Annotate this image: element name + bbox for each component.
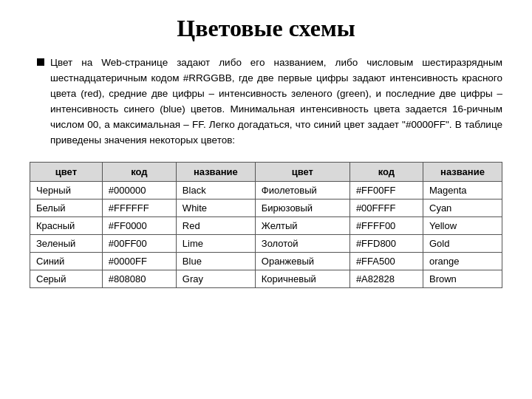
- table-cell: Красный: [30, 216, 103, 234]
- table-cell: #0000FF: [102, 252, 176, 270]
- table-row: Синий#0000FFBlueОранжевый#FFA500orange: [30, 252, 502, 270]
- table-cell: Черный: [30, 181, 103, 199]
- col-header-name1: название: [176, 162, 255, 181]
- table-cell: Золотой: [255, 234, 349, 252]
- table-cell: Белый: [30, 199, 103, 216]
- table-cell: Yellow: [423, 216, 502, 234]
- table-row: Белый#FFFFFFWhiteБирюзовый#00FFFFCyan: [30, 199, 502, 216]
- table-cell: Синий: [30, 252, 103, 270]
- color-table: цвет код название цвет код название Черн…: [30, 162, 502, 288]
- table-cell: #FFFF00: [349, 216, 423, 234]
- page-title: Цветовые схемы: [30, 15, 502, 42]
- paragraph-text: Цвет на Web-странице задают либо его наз…: [50, 55, 502, 149]
- bullet-item: Цвет на Web-странице задают либо его наз…: [37, 55, 502, 149]
- table-header-row: цвет код название цвет код название: [30, 162, 502, 181]
- table-row: Серый#808080GrayКоричневый#A82828Brown: [30, 270, 502, 287]
- bullet-marker-icon: [37, 58, 44, 66]
- table-cell: Бирюзовый: [255, 199, 349, 216]
- col-header-color1: цвет: [30, 162, 103, 181]
- table-row: Зеленый#00FF00LimeЗолотой#FFD800Gold: [30, 234, 502, 252]
- table-cell: Серый: [30, 270, 103, 287]
- table-cell: #FFFFFF: [102, 199, 176, 216]
- table-cell: Коричневый: [255, 270, 349, 287]
- table-cell: Фиолетовый: [255, 181, 349, 199]
- table-cell: #FFD800: [349, 234, 423, 252]
- col-header-color2: цвет: [255, 162, 349, 181]
- table-cell: #00FF00: [102, 234, 176, 252]
- table-cell: Желтый: [255, 216, 349, 234]
- table-cell: #A82828: [349, 270, 423, 287]
- col-header-code1: код: [102, 162, 176, 181]
- table-cell: #FF00FF: [349, 181, 423, 199]
- table-cell: Black: [176, 181, 255, 199]
- table-cell: #00FFFF: [349, 199, 423, 216]
- table-cell: Оранжевый: [255, 252, 349, 270]
- table-cell: Lime: [176, 234, 255, 252]
- table-cell: #FFA500: [349, 252, 423, 270]
- table-row: Красный#FF0000RedЖелтый#FFFF00Yellow: [30, 216, 502, 234]
- table-cell: #FF0000: [102, 216, 176, 234]
- content-section: Цвет на Web-странице задают либо его наз…: [30, 55, 502, 149]
- table-cell: orange: [423, 252, 502, 270]
- table-cell: Blue: [176, 252, 255, 270]
- table-cell: Red: [176, 216, 255, 234]
- table-cell: Gray: [176, 270, 255, 287]
- table-cell: #808080: [102, 270, 176, 287]
- table-cell: #000000: [102, 181, 176, 199]
- table-cell: Cyan: [423, 199, 502, 216]
- table-cell: Зеленый: [30, 234, 103, 252]
- col-header-name2: название: [423, 162, 502, 181]
- table-cell: White: [176, 199, 255, 216]
- table-cell: Magenta: [423, 181, 502, 199]
- col-header-code2: код: [349, 162, 423, 181]
- table-cell: Brown: [423, 270, 502, 287]
- table-row: Черный#000000BlackФиолетовый#FF00FFMagen…: [30, 181, 502, 199]
- table-cell: Gold: [423, 234, 502, 252]
